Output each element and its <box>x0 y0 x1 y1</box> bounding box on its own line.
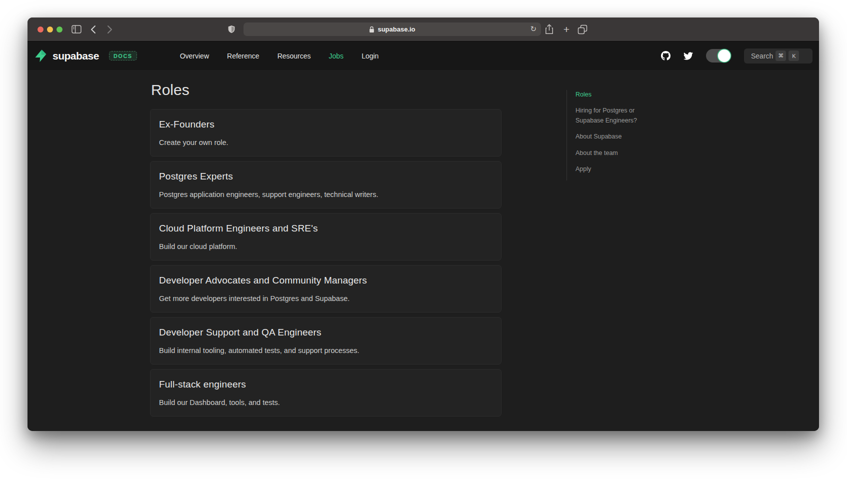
minimize-window-button[interactable] <box>47 26 53 32</box>
nav-link-jobs[interactable]: Jobs <box>329 52 344 60</box>
new-tab-icon[interactable]: + <box>562 18 572 41</box>
role-card[interactable]: Postgres ExpertsPostgres application eng… <box>150 161 502 208</box>
role-card[interactable]: Developer Advocates and Community Manage… <box>150 265 502 312</box>
on-this-page-nav: RolesHiring for Postgres or Supabase Eng… <box>566 90 669 180</box>
role-card[interactable]: Cloud Platform Engineers and SRE'sBuild … <box>150 213 502 260</box>
role-card[interactable]: Ex-FoundersCreate your own role. <box>150 109 502 156</box>
privacy-shield-icon[interactable] <box>228 18 236 41</box>
nav-link-login[interactable]: Login <box>362 52 378 60</box>
role-card-description: Create your own role. <box>159 138 492 146</box>
role-card-title: Postgres Experts <box>159 171 492 182</box>
forward-icon[interactable] <box>106 18 113 41</box>
nav-link-overview[interactable]: Overview <box>180 52 209 60</box>
lock-icon <box>369 26 374 33</box>
docs-badge: DOCS <box>109 51 137 60</box>
toc-link[interactable]: About Supabase <box>576 132 663 142</box>
supabase-bolt-icon <box>34 49 48 62</box>
sidebar-toggle-icon[interactable] <box>72 18 82 41</box>
page-content: Roles Ex-FoundersCreate your own role.Po… <box>28 70 819 431</box>
roles-section: Roles Ex-FoundersCreate your own role.Po… <box>150 82 502 421</box>
role-card[interactable]: Full-stack engineersBuild our Dashboard,… <box>150 369 502 416</box>
role-card-description: Get more developers interested in Postgr… <box>159 294 492 302</box>
share-icon[interactable] <box>545 18 554 41</box>
role-card-title: Ex-Founders <box>159 119 492 130</box>
url-text: supabase.io <box>378 26 415 33</box>
role-card-description: Build our cloud platform. <box>159 242 492 250</box>
tab-overview-icon[interactable] <box>578 18 588 41</box>
site-navbar: supabase DOCS OverviewReferenceResources… <box>28 41 819 70</box>
role-card-description: Build internal tooling, automated tests,… <box>159 346 492 354</box>
twitter-icon[interactable] <box>684 52 693 60</box>
nav-link-reference[interactable]: Reference <box>227 52 260 60</box>
navbar-actions: Search ⌘ K <box>661 48 812 64</box>
role-card-title: Developer Advocates and Community Manage… <box>159 275 492 286</box>
role-card-title: Cloud Platform Engineers and SRE's <box>159 223 492 234</box>
brand-name: supabase <box>52 50 99 62</box>
back-icon[interactable] <box>90 18 97 41</box>
role-card-title: Full-stack engineers <box>159 379 492 390</box>
page-title: Roles <box>151 82 502 98</box>
toc-link[interactable]: About the team <box>576 148 663 158</box>
toggle-knob <box>718 50 730 62</box>
role-card-title: Developer Support and QA Engineers <box>159 327 492 338</box>
toc-link[interactable]: Roles <box>576 90 663 100</box>
reload-icon[interactable]: ↻ <box>530 24 536 34</box>
role-card[interactable]: Developer Support and QA EngineersBuild … <box>150 317 502 364</box>
toc-link[interactable]: Apply <box>576 164 663 174</box>
k-key-badge: K <box>788 50 799 61</box>
cmd-key-badge: ⌘ <box>776 50 786 61</box>
close-window-button[interactable] <box>38 26 44 32</box>
browser-window: supabase.io ↻ + supabase DOCS <box>28 18 819 431</box>
supabase-logo[interactable]: supabase DOCS <box>34 49 137 62</box>
search-button[interactable]: Search ⌘ K <box>744 48 812 64</box>
zoom-window-button[interactable] <box>56 26 62 32</box>
toc-link[interactable]: Hiring for Postgres or Supabase Engineer… <box>576 106 663 126</box>
browser-toolbar: supabase.io ↻ + <box>28 18 819 41</box>
nav-link-resources[interactable]: Resources <box>278 52 311 60</box>
dark-mode-toggle[interactable] <box>706 49 731 62</box>
address-bar[interactable]: supabase.io ↻ <box>244 22 541 36</box>
github-icon[interactable] <box>661 51 670 60</box>
role-cards-list: Ex-FoundersCreate your own role.Postgres… <box>150 109 502 416</box>
search-label: Search <box>751 52 773 60</box>
role-card-description: Postgres application engineers, support … <box>159 190 492 198</box>
main-navigation: OverviewReferenceResourcesJobsLogin <box>180 52 379 60</box>
role-card-description: Build our Dashboard, tools, and tests. <box>159 398 492 406</box>
